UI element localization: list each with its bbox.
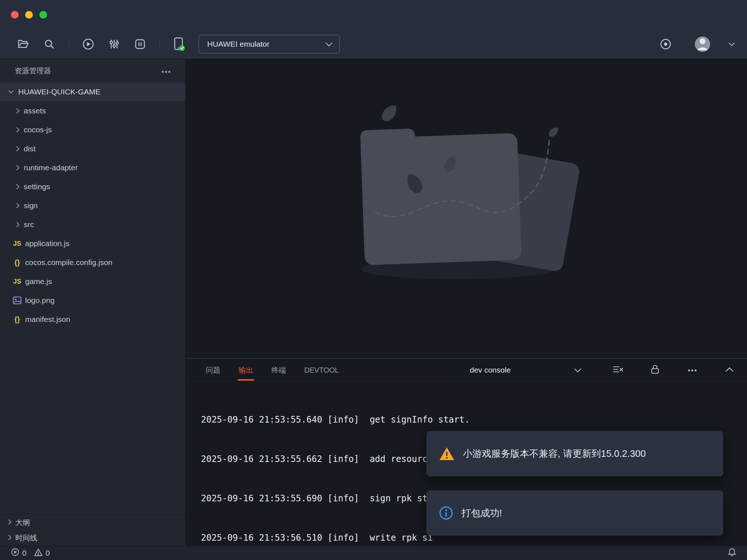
lock-scroll-button[interactable] bbox=[649, 364, 661, 376]
run-button[interactable] bbox=[82, 38, 95, 51]
more-icon bbox=[688, 367, 697, 373]
tree-root-label: HUAWEI-QUICK-GAME bbox=[18, 88, 101, 96]
tree-folder-label: settings bbox=[24, 182, 50, 191]
output-channel-selector[interactable]: dev console bbox=[462, 362, 587, 378]
js-file-icon: JS bbox=[12, 278, 22, 285]
status-bar: 0 0 bbox=[0, 546, 747, 560]
tree-folder-label: src bbox=[24, 220, 34, 229]
tree-file-label: game.js bbox=[25, 277, 52, 286]
outline-section-header[interactable]: 大纲 bbox=[0, 514, 185, 530]
maximize-panel-button[interactable] bbox=[724, 364, 735, 376]
warning-count-icon bbox=[34, 548, 43, 558]
notification-version-warning[interactable]: 小游戏服务版本不兼容, 请更新到15.0.2.300 bbox=[426, 431, 723, 477]
tree-folder-dist[interactable]: dist bbox=[0, 139, 185, 158]
image-file-icon bbox=[12, 296, 22, 304]
tree-file-application-js[interactable]: JS application.js bbox=[0, 234, 185, 253]
tree-folder-settings[interactable]: settings bbox=[0, 177, 185, 196]
chevron-up-icon bbox=[725, 367, 734, 373]
warning-icon bbox=[439, 447, 455, 461]
tree-root-huawei-quick-game[interactable]: HUAWEI-QUICK-GAME bbox=[0, 82, 185, 101]
file-tree: HUAWEI-QUICK-GAME assets cocos-js dist r… bbox=[0, 82, 185, 329]
problems-status[interactable]: 0 0 bbox=[11, 548, 54, 558]
close-window-button[interactable] bbox=[11, 11, 19, 19]
toolbar-separator bbox=[69, 39, 69, 50]
chevron-right-icon bbox=[8, 534, 12, 542]
explorer-header: 资源管理器 bbox=[0, 59, 185, 82]
record-button[interactable] bbox=[659, 38, 672, 51]
tune-sliders-icon bbox=[108, 38, 120, 50]
tune-button[interactable] bbox=[108, 38, 121, 51]
tree-folder-runtime-adapter[interactable]: runtime-adapter bbox=[0, 158, 185, 177]
notification-message: 打包成功! bbox=[461, 507, 502, 520]
tab-devtool[interactable]: DEVTOOL bbox=[304, 366, 339, 374]
error-count-icon bbox=[11, 548, 19, 558]
tree-folder-sign[interactable]: sign bbox=[0, 196, 185, 215]
chevron-right-icon bbox=[16, 108, 20, 114]
record-icon bbox=[659, 38, 672, 50]
tree-folder-label: runtime-adapter bbox=[24, 163, 78, 172]
tree-folder-src[interactable]: src bbox=[0, 215, 185, 234]
tree-folder-cocos-js[interactable]: cocos-js bbox=[0, 120, 185, 139]
search-button[interactable] bbox=[43, 38, 56, 51]
clear-output-button[interactable] bbox=[612, 364, 624, 376]
outline-section-label: 大纲 bbox=[15, 518, 30, 528]
timeline-section-label: 时间线 bbox=[15, 533, 37, 543]
device-status-button[interactable] bbox=[173, 38, 186, 51]
chevron-right-icon bbox=[16, 165, 20, 171]
tree-folder-assets[interactable]: assets bbox=[0, 101, 185, 120]
open-project-button[interactable] bbox=[17, 38, 30, 51]
device-selector[interactable]: HUAWEI emulator bbox=[198, 35, 340, 54]
app-window: HUAWEI emulator 资源管理器 HUAWEI-QUICK-GAME bbox=[0, 0, 747, 560]
pause-button[interactable] bbox=[133, 38, 147, 51]
chevron-right-icon bbox=[16, 222, 20, 228]
account-avatar[interactable] bbox=[695, 36, 710, 52]
notification-package-success[interactable]: 打包成功! bbox=[426, 490, 723, 536]
user-icon bbox=[695, 36, 710, 52]
chevron-down-icon bbox=[574, 366, 581, 374]
tree-file-label: cocos.compile.config.json bbox=[25, 258, 112, 267]
tree-file-logo-png[interactable]: logo.png bbox=[0, 291, 185, 310]
timeline-section-header[interactable]: 时间线 bbox=[0, 530, 185, 546]
sidebar-bottom-sections: 大纲 时间线 bbox=[0, 514, 185, 546]
js-file-icon: JS bbox=[12, 240, 22, 248]
warning-count: 0 bbox=[46, 549, 50, 557]
chevron-right-icon bbox=[8, 518, 12, 527]
device-selector-value: HUAWEI emulator bbox=[207, 40, 270, 48]
chevron-down-icon bbox=[8, 90, 14, 94]
lock-icon bbox=[650, 364, 660, 376]
zoom-window-button[interactable] bbox=[39, 11, 47, 19]
notification-message: 小游戏服务版本不兼容, 请更新到15.0.2.300 bbox=[463, 447, 646, 460]
search-icon bbox=[43, 38, 55, 50]
tree-file-game-js[interactable]: JS game.js bbox=[0, 272, 185, 291]
chevron-right-icon bbox=[16, 184, 20, 190]
tree-folder-label: cocos-js bbox=[24, 125, 52, 134]
chevron-right-icon bbox=[16, 127, 20, 133]
account-menu-button[interactable] bbox=[727, 38, 736, 51]
tree-file-manifest-json[interactable]: {} manifest.json bbox=[0, 310, 185, 329]
tree-file-label: logo.png bbox=[25, 296, 55, 305]
tab-problems[interactable]: 问题 bbox=[206, 365, 220, 375]
phone-check-icon bbox=[172, 37, 186, 51]
output-channel-value: dev console bbox=[470, 366, 511, 374]
notifications-bell-button[interactable] bbox=[727, 548, 737, 559]
chevron-right-icon bbox=[16, 203, 20, 209]
tab-output[interactable]: 输出 bbox=[239, 365, 253, 375]
json-file-icon: {} bbox=[12, 315, 22, 324]
tree-file-cocos-compile-config-json[interactable]: {} cocos.compile.config.json bbox=[0, 253, 185, 272]
bell-icon bbox=[727, 548, 737, 559]
tree-file-label: manifest.json bbox=[25, 315, 70, 324]
pause-icon bbox=[134, 38, 146, 50]
panel-tab-bar: 问题 输出 终端 DEVTOOL dev console bbox=[186, 359, 747, 382]
panel-more-button[interactable] bbox=[686, 364, 698, 376]
explorer-title: 资源管理器 bbox=[15, 66, 51, 76]
chevron-down-icon bbox=[728, 42, 735, 46]
toolbar-separator bbox=[159, 39, 160, 50]
tree-folder-label: dist bbox=[24, 144, 36, 153]
tab-terminal[interactable]: 终端 bbox=[271, 365, 286, 375]
chevron-right-icon bbox=[16, 146, 20, 152]
minimize-window-button[interactable] bbox=[25, 11, 33, 19]
json-file-icon: {} bbox=[12, 258, 22, 267]
console-line: 2025-09-16 21:53:55.640 [info] get signI… bbox=[201, 413, 747, 426]
explorer-sidebar: 资源管理器 HUAWEI-QUICK-GAME assets cocos-js bbox=[0, 59, 186, 546]
explorer-more-button[interactable] bbox=[161, 67, 171, 75]
